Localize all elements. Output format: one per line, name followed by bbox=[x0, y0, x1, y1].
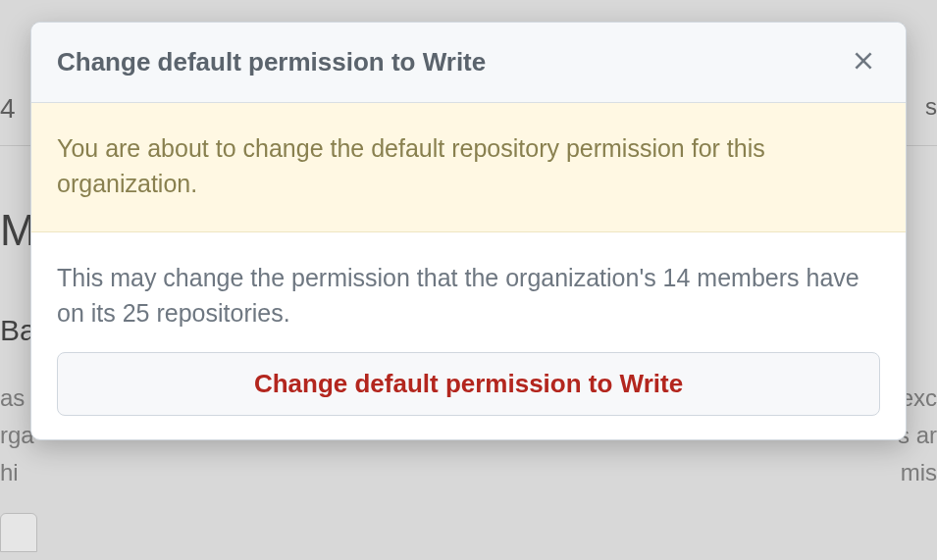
dialog-warning-banner: You are about to change the default repo… bbox=[31, 103, 906, 232]
dialog-body-text: This may change the permission that the … bbox=[31, 232, 906, 353]
bg-text: rga bbox=[0, 422, 34, 449]
dialog-title: Change default permission to Write bbox=[57, 47, 486, 77]
close-icon bbox=[851, 48, 876, 76]
dialog-header: Change default permission to Write bbox=[31, 23, 906, 103]
bg-text: mis bbox=[901, 459, 937, 486]
bg-button-fragment bbox=[0, 513, 37, 552]
confirm-dialog: Change default permission to Write You a… bbox=[30, 22, 907, 440]
bg-text: s bbox=[925, 93, 937, 121]
confirm-change-permission-button[interactable]: Change default permission to Write bbox=[57, 352, 880, 416]
dialog-footer: Change default permission to Write bbox=[31, 352, 906, 439]
bg-text: as bbox=[0, 384, 25, 412]
close-button[interactable] bbox=[847, 44, 880, 80]
bg-text: 4 bbox=[0, 93, 16, 125]
bg-text: hi bbox=[0, 459, 19, 486]
